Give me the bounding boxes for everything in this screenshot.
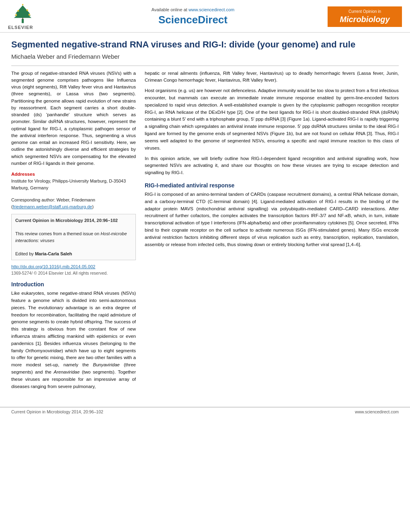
- addresses-section: Addresses Institute for Virology, Philip…: [11, 172, 136, 210]
- svg-rect-0: [22, 19, 24, 23]
- abstract-text: The group of negative-stranded RNA virus…: [11, 70, 136, 167]
- page-footer: Current Opinion in Microbiology 2014, 20…: [0, 407, 410, 416]
- corresponding-author-email-link[interactable]: friedemann.weber@staff.uni-marburg.de: [13, 204, 92, 209]
- elsevier-logo-area: ELSEVIER: [8, 3, 64, 30]
- two-column-layout: The group of negative-stranded RNA virus…: [11, 70, 399, 394]
- rig1-heading: RIG-I-mediated antiviral response: [145, 182, 399, 189]
- elsevier-label: ELSEVIER: [8, 25, 33, 30]
- introduction-text: Like eukaryotes, some negative-strand RN…: [11, 290, 136, 390]
- right-col-text1: hepatic or renal ailments (influenza, Ri…: [145, 70, 399, 84]
- right-column: hepatic or renal ailments (influenza, Ri…: [145, 70, 399, 394]
- right-col-text2: Host organisms (e.g. us) are however not…: [145, 87, 399, 152]
- introduction-heading: Introduction: [11, 281, 136, 288]
- sciencedirect-url[interactable]: www.sciencedirect.com: [189, 7, 234, 12]
- left-column: The group of negative-stranded RNA virus…: [11, 70, 136, 394]
- title-divider: [11, 66, 399, 66]
- rig1-text1: RIG-I is composed of an amino-terminal t…: [145, 191, 399, 249]
- article-authors: Michaela Weber and Friedemann Weber: [11, 53, 399, 60]
- footer-left: Current Opinion in Microbiology 2014, 20…: [11, 409, 103, 414]
- svg-point-8: [29, 14, 30, 15]
- corresponding-author: Corresponding author: Weber, Friedemann …: [11, 197, 136, 210]
- article-title: Segmented negative-strand RNA viruses an…: [11, 39, 399, 51]
- editor-name: Maria-Carla Saleh: [35, 251, 72, 256]
- doi-link[interactable]: http://dx.doi.org/10.1016/j.mib.2014.05.…: [11, 264, 136, 269]
- elsevier-tree-icon: [8, 3, 40, 24]
- svg-point-7: [15, 14, 17, 16]
- page-header: ELSEVIER Available online at www.science…: [0, 0, 410, 33]
- svg-point-9: [22, 4, 23, 5]
- footer-right: www.sciencedirect.com: [355, 409, 399, 414]
- sciencedirect-title: ScienceDirect: [64, 14, 322, 26]
- copyright-text: 1369-5274/ © 2014 Elsevier Ltd. All righ…: [11, 271, 136, 275]
- journal-badge-line1: Current Opinion in: [332, 9, 398, 14]
- addresses-text: Institute for Virology, Philipps-Univers…: [11, 178, 136, 191]
- journal-badge-area: Current Opinion in Microbiology: [322, 6, 402, 27]
- addresses-title: Addresses: [11, 172, 136, 177]
- right-col-text3: In this opinion article, we will briefly…: [145, 155, 399, 177]
- journal-badge-line2: Microbiology: [332, 14, 398, 25]
- svg-point-5: [17, 10, 19, 12]
- journal-badge: Current Opinion in Microbiology: [328, 6, 402, 27]
- main-content: Segmented negative-strand RNA viruses an…: [0, 33, 410, 400]
- available-online-text: Available online at www.sciencedirect.co…: [64, 7, 322, 12]
- svg-point-6: [27, 9, 28, 11]
- journal-info-label: Current Opinion in Microbiology 2014, 20…: [15, 217, 132, 224]
- journal-info-box: Current Opinion in Microbiology 2014, 20…: [11, 214, 136, 260]
- sciencedirect-branding: Available online at www.sciencedirect.co…: [64, 7, 322, 26]
